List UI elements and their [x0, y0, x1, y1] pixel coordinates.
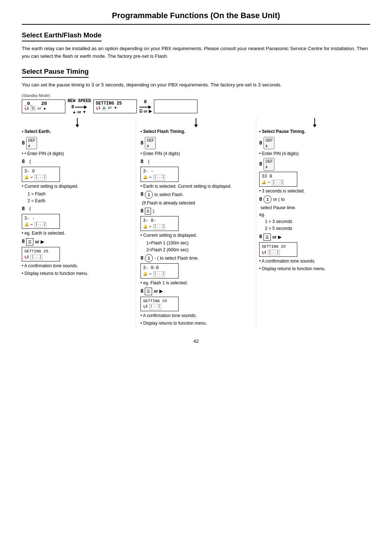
col1-or-row: 8 ☰ or ▶ [22, 238, 133, 245]
top-display-box3 [154, 100, 197, 113]
section2-desc: You can set the pause timing to 3 or 5 s… [22, 81, 370, 89]
col2-confirm: A confirmation tone sounds. [140, 312, 252, 319]
section1-title: Select Earth/Flash Mode [22, 31, 102, 41]
col2-disp1: 3- - 🔔 ↩ [...] [140, 167, 179, 182]
col2-step4: 8 ☰ ). [140, 207, 252, 215]
col3-display-returns: Display returns to function menu. [259, 265, 370, 272]
col3-down-arrow [259, 118, 370, 127]
section2-title: Select Pause Timing [22, 68, 89, 78]
col2-if-flash: (If Flash is already selected [140, 200, 252, 206]
top-display-box2: SETTING 25 📢 ▲ or ▼ [93, 100, 137, 113]
section-pause-timing: Select Pause Timing You can set the paus… [22, 68, 370, 328]
col2-title: • Select Flash Timing. [140, 128, 252, 135]
section1-desc: The earth relay can be installed as an o… [22, 45, 370, 60]
col2-step3: 8 1 to select Flash. [140, 191, 252, 199]
col3-eg-label: eg. [259, 211, 370, 218]
col2-step1: 8 DEF3 [140, 137, 252, 150]
col2-disp2: 3- 0- 🔔 ↩ [...] [140, 216, 179, 231]
col2-current2: Current setting is displayed. [140, 232, 252, 239]
col3-or-row: 8 ☰ or ▶ [259, 233, 370, 241]
section-earth-flash: Select Earth/Flash Mode The earth relay … [22, 31, 370, 60]
col1-sub1: 1 = Flash [22, 191, 133, 197]
col1-down-arrow [22, 118, 133, 127]
col2-or-row: 8 ☰ or ▶ [140, 288, 252, 295]
top-flow-row: _0_ 20 📢 ☰ or ▶ NEW SPEED 8 [22, 98, 370, 114]
arrow1-label: NEW SPEED [68, 98, 91, 103]
col1-disp2: 3- - 🔔 ↩ [...] [22, 214, 60, 229]
col1-eg: eg. Earth is selected. [22, 230, 133, 236]
col2-key1-btn: 1 [145, 191, 153, 199]
col3-settings-screen: SETTING 25 📢 [...] [259, 242, 297, 257]
three-col-flow: • Select Earth. 8 DEF3 • Enter PIN (4 di… [22, 117, 370, 328]
col2-earth-selected: Earth is selected. Current setting is di… [140, 183, 252, 190]
col2-flash: • Select Flash Timing. 8 DEF3 Enter PIN … [136, 117, 256, 328]
top-display1-icons: 📢 ☰ or ▶ [24, 106, 63, 111]
col3-step2: 8 DEF3 [259, 158, 370, 171]
col3-disp1: 33 0 🔔 ↩ [...] [259, 172, 297, 187]
col3-select-pause: select Pause time. [261, 204, 370, 211]
col1-disp1: 3- 0 🔔 ↩ [...] [22, 167, 60, 182]
page-title: Programmable Functions (On the Base Unit… [22, 11, 370, 25]
col3-sub2: 2 = 5 seconds [259, 225, 370, 232]
arrow2-or: ☰ or ▶ [139, 109, 152, 114]
col1-display-returns: Display returns to function menu. [22, 270, 133, 277]
col2-disp3: 3- 0-0 🔔 ↩ [...] [140, 263, 179, 279]
col2-step2: 8 ( [140, 158, 252, 166]
col2-down-arrow [140, 118, 252, 127]
col3-def3-key: DEF3 [264, 137, 274, 150]
col1-settings-screen: SETTING 25 📢 [...] [22, 247, 60, 261]
col3-three-sec: 3 seconds is selected. [259, 188, 370, 194]
col2-step5: 8 1 - ( to select Flash time. [140, 254, 252, 262]
top-display2-text: SETTING 25 [96, 101, 134, 106]
top-display1-text: _0_ 20 [24, 101, 63, 106]
col3-pause: • Select Pause Timing. 8 DEF3 Enter PIN … [256, 117, 370, 273]
col2-eg-flash: eg. Flash 1 is selected. [140, 280, 252, 286]
arrow1-row: 8 [72, 104, 87, 110]
col3-step3: 8 1 or ( to [259, 195, 370, 203]
col1-step3: 8 ( [22, 205, 133, 213]
page-number: 42 [22, 338, 370, 344]
col1-step1: 8 DEF3 [22, 137, 133, 150]
top-display2-icons: 📢 ▲ or ▼ [96, 106, 134, 110]
top-box1-group: _0_ 20 📢 ☰ or ▶ [22, 98, 65, 114]
col1-enter-pin: • Enter PIN (4 digits) [22, 150, 133, 157]
col3-title: • Select Pause Timing. [259, 128, 370, 135]
col3-key1-btn: 1 [264, 195, 271, 203]
arrow1-key: 8 [72, 104, 74, 110]
arrow1-group: NEW SPEED 8 ▲ or ▼ [68, 98, 91, 114]
arrow2-group: 8 ☰ or ▶ [139, 99, 152, 114]
col2-sub1: 1=Flash 1 (100m sec) [140, 240, 252, 246]
top-display-box1: _0_ 20 📢 ☰ or ▶ [22, 100, 65, 113]
col1-current: Current setting is displayed. [22, 183, 133, 190]
col1-title: • Select Earth. [22, 128, 133, 135]
col1-def3-key: DEF3 [26, 137, 37, 150]
col1-sub2: 2 = Earth [22, 198, 133, 204]
col2-settings-screen: SETTING 25 📢 [...] [140, 297, 179, 311]
col2-enter-pin: Enter PIN (4 digits) [140, 150, 252, 157]
col1-step2: 8 ( [22, 158, 133, 166]
col1-confirm: A confirmation tone sounds. [22, 263, 133, 269]
col3-sub1: 1 = 3 seconds [259, 218, 370, 225]
col2-display-returns: Display returns to function menu. [140, 320, 252, 326]
col2-sub2: 2=Flash 2 (600m sec) [140, 247, 252, 253]
arrow2-key: 8 [144, 99, 147, 105]
arrow1-or: ▲ or ▼ [72, 110, 86, 114]
col3-def3b-key: DEF3 [264, 158, 274, 171]
col1-earth: • Select Earth. 8 DEF3 • Enter PIN (4 di… [22, 117, 136, 278]
col3-confirm: A confirmation tone sounds. [259, 258, 370, 264]
col3-step1: 8 DEF3 [259, 137, 370, 150]
col3-enter-pin: Enter PIN (4 digits) [259, 150, 370, 157]
col2-key2-btn: 1 [145, 254, 153, 262]
page-container: Programmable Functions (On the Base Unit… [22, 11, 370, 344]
col2-def3-key: DEF3 [145, 137, 156, 150]
standby-label: (Standby Mode) [22, 93, 370, 98]
